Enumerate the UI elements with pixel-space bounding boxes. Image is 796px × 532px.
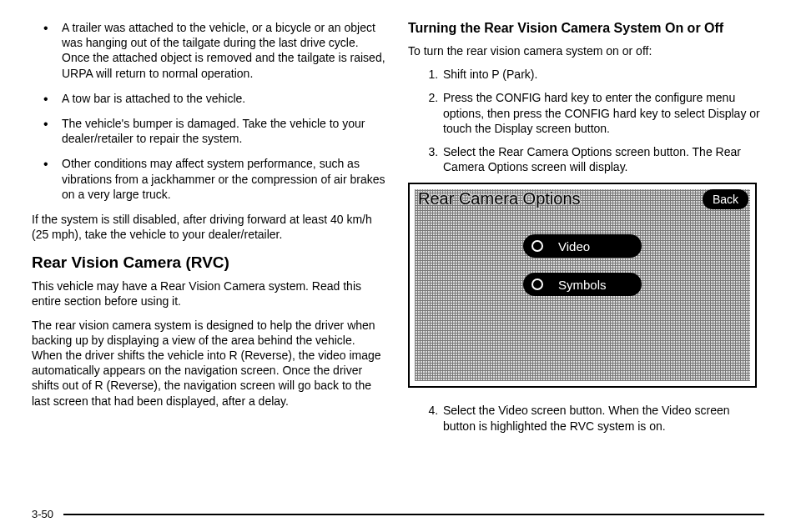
bullet-list: A trailer was attached to the vehicle, o…	[32, 20, 388, 202]
step-item: Select the Video screen button. When the…	[441, 403, 764, 433]
screen-title: Rear Camera Options	[416, 189, 582, 208]
steps-list-continued: Select the Video screen button. When the…	[408, 403, 764, 433]
footer-rule	[63, 514, 764, 515]
paragraph: To turn the rear vision camera system on…	[408, 43, 764, 58]
heading-rvc: Rear Vision Camera (RVC)	[32, 253, 388, 272]
paragraph: This vehicle may have a Rear Vision Came…	[32, 279, 388, 309]
page-footer: 3-50	[32, 508, 764, 520]
bullet-item: A trailer was attached to the vehicle, o…	[62, 20, 388, 81]
bullet-item: A tow bar is attached to the vehicle.	[62, 91, 388, 106]
steps-list: Shift into P (Park). Press the CONFIG ha…	[408, 67, 764, 174]
step-item: Shift into P (Park).	[441, 67, 764, 82]
bullet-item: Other conditions may affect system perfo…	[62, 156, 388, 202]
video-button[interactable]: Video	[523, 234, 642, 258]
right-column: Turning the Rear Vision Camera System On…	[408, 20, 764, 442]
symbols-button[interactable]: Symbols	[523, 273, 642, 296]
heading-turning-rvc: Turning the Rear Vision Camera System On…	[408, 20, 764, 37]
back-button[interactable]: Back	[703, 189, 748, 209]
page-number: 3-50	[32, 508, 53, 520]
symbols-label: Symbols	[558, 278, 607, 292]
left-column: A trailer was attached to the vehicle, o…	[32, 20, 388, 442]
step-item: Press the CONFIG hard key to enter the c…	[441, 90, 764, 136]
paragraph: If the system is still disabled, after d…	[32, 212, 388, 242]
step-item: Select the Rear Camera Options screen bu…	[441, 144, 764, 174]
paragraph: The rear vision camera system is designe…	[32, 318, 388, 409]
radio-icon	[532, 279, 543, 290]
rear-camera-options-screen: Rear Camera Options Back Video Symbols	[408, 183, 757, 388]
bullet-item: The vehicle's bumper is damaged. Take th…	[62, 116, 388, 146]
video-label: Video	[558, 239, 590, 253]
radio-icon	[532, 240, 543, 252]
